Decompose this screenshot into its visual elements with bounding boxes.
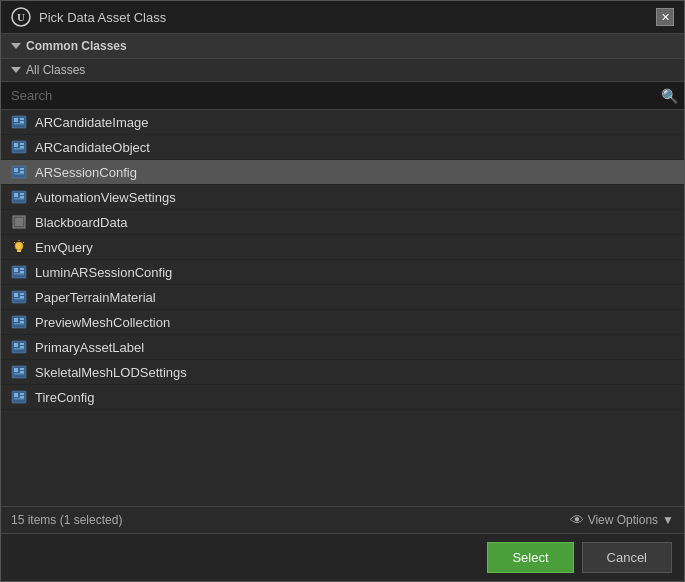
svg-rect-6: [14, 123, 24, 125]
svg-rect-32: [20, 271, 24, 273]
title-bar: U Pick Data Asset Class ✕: [1, 1, 684, 34]
svg-rect-36: [20, 293, 24, 295]
item-icon: [11, 189, 27, 205]
dialog: U Pick Data Asset Class ✕ Common Classes…: [0, 0, 685, 582]
svg-rect-45: [14, 343, 18, 347]
svg-text:U: U: [17, 11, 25, 23]
svg-rect-58: [14, 398, 24, 400]
list-item[interactable]: ARSessionConfig: [1, 160, 684, 185]
item-icon: [11, 214, 27, 230]
svg-rect-52: [20, 371, 24, 373]
svg-rect-30: [14, 268, 18, 272]
svg-rect-3: [14, 118, 18, 122]
list-item[interactable]: TireConfig: [1, 385, 684, 410]
common-classes-label: Common Classes: [26, 39, 127, 53]
svg-rect-8: [14, 143, 18, 147]
item-icon: [11, 289, 27, 305]
ue-logo-icon: U: [11, 7, 31, 27]
svg-rect-31: [20, 268, 24, 270]
item-label: TireConfig: [35, 390, 94, 405]
svg-rect-10: [20, 146, 24, 148]
item-icon: [11, 364, 27, 380]
svg-rect-4: [20, 118, 24, 120]
svg-line-27: [23, 242, 24, 243]
item-icon: [11, 264, 27, 280]
svg-rect-9: [20, 143, 24, 145]
item-label: PrimaryAssetLabel: [35, 340, 144, 355]
svg-rect-15: [20, 171, 24, 173]
list-item[interactable]: LuminARSessionConfig: [1, 260, 684, 285]
item-icon: [11, 239, 27, 255]
item-label: ARCandidateImage: [35, 115, 148, 130]
svg-rect-5: [20, 121, 24, 123]
common-classes-expand-icon: [11, 43, 21, 49]
search-bar: 🔍: [1, 82, 684, 110]
svg-rect-42: [20, 321, 24, 323]
svg-rect-21: [14, 198, 24, 200]
svg-rect-41: [20, 318, 24, 320]
items-count: 15 items (1 selected): [11, 513, 122, 527]
svg-rect-43: [14, 323, 24, 325]
svg-point-24: [15, 242, 23, 250]
svg-rect-48: [14, 348, 24, 350]
search-input[interactable]: [7, 85, 661, 106]
eye-icon: 👁: [570, 512, 584, 528]
select-button[interactable]: Select: [487, 542, 573, 573]
item-label: BlackboardData: [35, 215, 128, 230]
svg-rect-46: [20, 343, 24, 345]
list-item[interactable]: PreviewMeshCollection: [1, 310, 684, 335]
status-bar: 15 items (1 selected) 👁 View Options ▼: [1, 506, 684, 533]
close-button[interactable]: ✕: [656, 8, 674, 26]
search-icon: 🔍: [661, 88, 678, 104]
list-item[interactable]: BlackboardData: [1, 210, 684, 235]
title-bar-left: U Pick Data Asset Class: [11, 7, 166, 27]
svg-rect-18: [14, 193, 18, 197]
list-item[interactable]: ARCandidateObject: [1, 135, 684, 160]
footer: Select Cancel: [1, 533, 684, 581]
svg-rect-11: [14, 148, 24, 150]
item-label: PaperTerrainMaterial: [35, 290, 156, 305]
svg-rect-23: [15, 218, 23, 226]
item-icon: [11, 339, 27, 355]
all-classes-section: All Classes 🔍 ARCandidateImage: [1, 59, 684, 506]
item-label: LuminARSessionConfig: [35, 265, 172, 280]
dialog-title: Pick Data Asset Class: [39, 10, 166, 25]
list-item[interactable]: AutomationViewSettings: [1, 185, 684, 210]
item-label: PreviewMeshCollection: [35, 315, 170, 330]
svg-line-28: [14, 242, 15, 243]
list-item[interactable]: EnvQuery: [1, 235, 684, 260]
item-icon: [11, 114, 27, 130]
list-item[interactable]: PrimaryAssetLabel: [1, 335, 684, 360]
view-options-label: View Options: [588, 513, 658, 527]
view-options-chevron-icon: ▼: [662, 513, 674, 527]
svg-rect-13: [14, 168, 18, 172]
svg-rect-20: [20, 196, 24, 198]
view-options-button[interactable]: 👁 View Options ▼: [570, 512, 674, 528]
item-label: EnvQuery: [35, 240, 93, 255]
item-label: AutomationViewSettings: [35, 190, 176, 205]
svg-rect-50: [14, 368, 18, 372]
list-item[interactable]: SkeletalMeshLODSettings: [1, 360, 684, 385]
svg-rect-53: [14, 373, 24, 375]
svg-rect-47: [20, 346, 24, 348]
svg-rect-51: [20, 368, 24, 370]
item-label: SkeletalMeshLODSettings: [35, 365, 187, 380]
svg-rect-25: [17, 250, 21, 252]
svg-rect-14: [20, 168, 24, 170]
list-item[interactable]: PaperTerrainMaterial: [1, 285, 684, 310]
all-classes-expand-icon: [11, 67, 21, 73]
common-classes-header: Common Classes: [1, 34, 684, 59]
svg-rect-16: [14, 173, 24, 175]
item-icon: [11, 139, 27, 155]
class-list[interactable]: ARCandidateImage ARCandidateObject ARSes…: [1, 110, 684, 506]
all-classes-header: All Classes: [1, 59, 684, 82]
svg-rect-38: [14, 298, 24, 300]
item-icon: [11, 314, 27, 330]
svg-rect-40: [14, 318, 18, 322]
list-item[interactable]: ARCandidateImage: [1, 110, 684, 135]
svg-rect-33: [14, 273, 24, 275]
item-icon: [11, 164, 27, 180]
svg-rect-55: [14, 393, 18, 397]
cancel-button[interactable]: Cancel: [582, 542, 672, 573]
item-icon: [11, 389, 27, 405]
